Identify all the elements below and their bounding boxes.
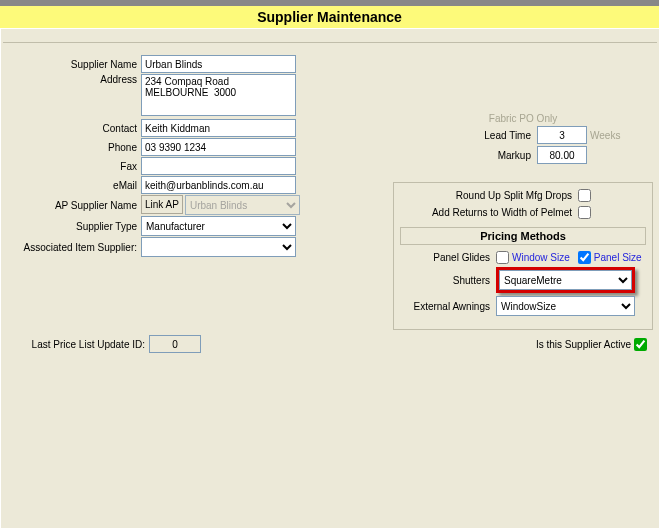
- link-ap-button[interactable]: Link AP: [141, 195, 183, 214]
- panel-size-text: Panel Size: [594, 252, 642, 263]
- round-drops-checkbox[interactable]: [578, 189, 591, 202]
- weeks-label: Weeks: [590, 130, 620, 141]
- address-label: Address: [7, 74, 141, 85]
- supplier-type-select[interactable]: Manufacturer: [141, 216, 296, 236]
- is-active-label: Is this Supplier Active: [536, 339, 631, 350]
- supplier-name-label: Supplier Name: [7, 59, 141, 70]
- last-price-id-label: Last Price List Update ID:: [7, 339, 149, 350]
- panel-glides-label: Panel Glides: [400, 252, 496, 263]
- panel-size-checkbox[interactable]: [578, 251, 591, 264]
- phone-label: Phone: [7, 142, 141, 153]
- right-column: Fabric PO Only Lead Time Weeks Markup Ro…: [393, 55, 653, 354]
- lead-time-input[interactable]: [537, 126, 587, 144]
- shutters-label: Shutters: [400, 275, 496, 286]
- panel-size-option[interactable]: Panel Size: [578, 251, 642, 264]
- content-area: Supplier Name Address 234 Compaq Road ME…: [0, 28, 659, 528]
- markup-label: Markup: [393, 150, 537, 161]
- address-input[interactable]: 234 Compaq Road MELBOURNE 3000: [141, 74, 296, 116]
- toolbar-strip: [3, 31, 657, 43]
- email-input[interactable]: [141, 176, 296, 194]
- shutters-highlight: SquareMetre: [496, 267, 635, 293]
- phone-input[interactable]: [141, 138, 296, 156]
- contact-label: Contact: [7, 123, 141, 134]
- external-awnings-label: External Awnings: [400, 301, 496, 312]
- associated-item-supplier-select[interactable]: [141, 237, 296, 257]
- ap-supplier-name-select: Urban Blinds: [185, 195, 300, 215]
- main-column: Supplier Name Address 234 Compaq Road ME…: [7, 55, 381, 354]
- fax-input[interactable]: [141, 157, 296, 175]
- last-price-id-display: [149, 335, 201, 353]
- markup-input[interactable]: [537, 146, 587, 164]
- fax-label: Fax: [7, 161, 141, 172]
- add-returns-checkbox[interactable]: [578, 206, 591, 219]
- ap-supplier-name-label: AP Supplier Name: [7, 200, 141, 211]
- associated-item-supplier-label: Associated Item Supplier:: [7, 242, 141, 253]
- email-label: eMail: [7, 180, 141, 191]
- window-size-checkbox[interactable]: [496, 251, 509, 264]
- external-awnings-select[interactable]: WindowSize: [496, 296, 635, 316]
- window-size-text: Window Size: [512, 252, 570, 263]
- options-panel: Round Up Split Mfg Drops Add Returns to …: [393, 182, 653, 330]
- is-active-checkbox[interactable]: [634, 338, 647, 351]
- lead-time-label: Lead Time: [393, 130, 537, 141]
- page-title: Supplier Maintenance: [0, 6, 659, 28]
- add-returns-label: Add Returns to Width of Pelmet: [400, 207, 578, 218]
- fabric-po-only-label: Fabric PO Only: [393, 113, 653, 126]
- supplier-type-label: Supplier Type: [7, 221, 141, 232]
- window-size-option[interactable]: Window Size: [496, 251, 570, 264]
- round-drops-label: Round Up Split Mfg Drops: [400, 190, 578, 201]
- supplier-name-input[interactable]: [141, 55, 296, 73]
- shutters-select[interactable]: SquareMetre: [499, 270, 632, 290]
- pricing-methods-header: Pricing Methods: [400, 227, 646, 245]
- contact-input[interactable]: [141, 119, 296, 137]
